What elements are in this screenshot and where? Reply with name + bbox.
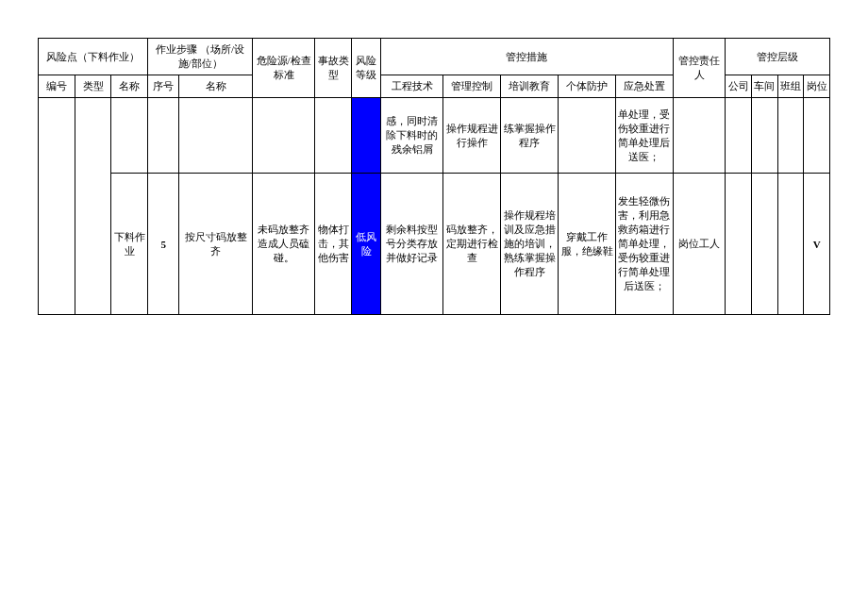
cell-ws-no: 5 [148,174,179,315]
cell-co [726,174,752,315]
cell-hazard: 未码放整齐造成人员磕碰。 [252,174,314,315]
cell-ws-name [179,98,252,174]
hdr-control-level: 管控层级 [726,39,830,75]
cell-accident [315,98,352,174]
cell-co [726,98,752,174]
hdr-cm-mgmt: 管理控制 [443,75,501,98]
hdr-control-measures: 管控措施 [381,39,674,75]
hdr-cl-co: 公司 [726,75,752,98]
hdr-ws-name: 名称 [179,75,252,98]
cell-team [777,174,804,315]
hdr-rp-type: 类型 [75,75,111,98]
cell-post: V [804,174,830,315]
hdr-cl-post: 岗位 [804,75,830,98]
hdr-risk-level: 风险等级 [352,39,381,98]
cell-ppe: 穿戴工作服，绝缘鞋 [559,174,616,315]
cell-train: 操作规程培训及应急措施的培训，熟练掌握操作程序 [501,174,559,315]
cell-mgmt: 码放整齐，定期进行检查 [443,174,501,315]
cell-emerg: 发生轻微伤害，利用急救药箱进行简单处理，受伤较重进行简单处理后送医； [616,174,674,315]
cell-rp-type [75,98,111,315]
cell-hazard [252,98,314,174]
hdr-cl-shop: 车间 [751,75,777,98]
risk-table: 风险点（下料作业） 作业步骤 （场所/设施/部位） 危险源/检查标准 事故类型 … [38,38,830,315]
hdr-work-step: 作业步骤 （场所/设施/部位） [148,39,253,75]
cell-rp-name: 下料作业 [111,174,148,315]
cell-rp-name [111,98,148,174]
cell-train: 练掌握操作程序 [501,98,559,174]
cell-eng: 剩余料按型号分类存放并做好记录 [381,174,443,315]
cell-emerg: 单处理，受伤较重进行简单处理后送医； [616,98,674,174]
table-row: 感，同时清除下料时的残余铝屑 操作规程进行操作 练掌握操作程序 单处理，受伤较重… [39,98,830,174]
hdr-rp-name: 名称 [111,75,148,98]
cell-post [804,98,830,174]
hdr-rp-no: 编号 [39,75,75,98]
cell-risk-level [352,98,381,174]
cell-ws-name: 按尺寸码放整齐 [179,174,252,315]
cell-accident: 物体打击，其他伤害 [315,174,352,315]
hdr-cl-team: 班组 [777,75,804,98]
hdr-cm-eng: 工程技术 [381,75,443,98]
cell-mgmt: 操作规程进行操作 [443,98,501,174]
cell-risk-level: 低风险 [352,174,381,315]
hdr-hazard: 危险源/检查标准 [252,39,314,98]
cell-resp: 岗位工人 [673,174,725,315]
cell-ws-no [148,98,179,174]
hdr-cm-train: 培训教育 [501,75,559,98]
cell-ppe [559,98,616,174]
cell-shop [751,98,777,174]
cell-eng: 感，同时清除下料时的残余铝屑 [381,98,443,174]
hdr-responsible: 管控责任人 [673,39,725,98]
cell-rp-no [39,98,75,315]
hdr-cm-emerg: 应急处置 [616,75,674,98]
cell-team [777,98,804,174]
hdr-ws-no: 序号 [148,75,179,98]
hdr-accident-type: 事故类型 [315,39,352,98]
hdr-risk-point: 风险点（下料作业） [39,39,148,75]
hdr-cm-ppe: 个体防护 [559,75,616,98]
cell-shop [751,174,777,315]
table-row: 下料作业 5 按尺寸码放整齐 未码放整齐造成人员磕碰。 物体打击，其他伤害 低风… [39,174,830,315]
cell-resp [673,98,725,174]
